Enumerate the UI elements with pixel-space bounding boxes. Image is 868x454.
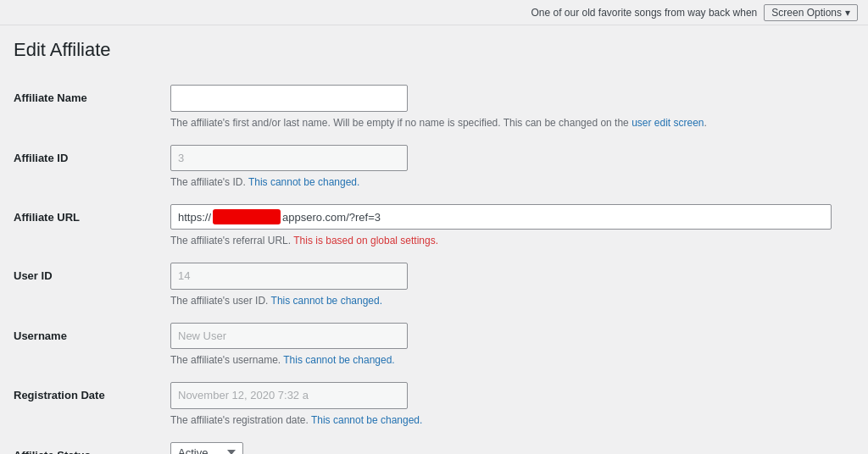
affiliate-id-field: The affiliate's ID. This cannot be chang… [170,145,848,191]
user-id-field: The affiliate's user ID. This cannot be … [170,263,848,308]
url-prefix: https:// [178,211,211,224]
affiliate-id-row: Affiliate ID The affiliate's ID. This ca… [14,138,848,198]
username-input [170,323,408,350]
user-id-description: The affiliate's user ID. This cannot be … [170,293,848,308]
affiliate-name-description: The affiliate's first and/or last name. … [170,115,848,130]
registration-date-field: The affiliate's registration date. This … [170,382,848,428]
affiliate-status-field: Active Inactive Pending Rejected The sta… [170,442,848,455]
registration-date-label: Registration Date [14,382,170,401]
chevron-down-icon: ▾ [845,7,850,19]
username-label: Username [14,323,170,342]
affiliate-name-field: The affiliate's first and/or last name. … [170,85,848,130]
top-bar: One of our old favorite songs from way b… [0,0,868,25]
page-title: Edit Affiliate [14,39,848,61]
user-edit-screen-link[interactable]: user edit screen [632,117,704,129]
user-id-row: User ID The affiliate's user ID. This ca… [14,256,848,316]
affiliate-url-label: Affiliate URL [14,204,170,224]
affiliate-id-input [170,145,408,172]
affiliate-url-field: https:// appsero.com/?ref=3 The affiliat… [170,204,848,248]
username-row: Username The affiliate's username. This … [14,316,848,376]
username-description: The affiliate's username. This cannot be… [170,352,848,368]
affiliate-status-select[interactable]: Active Inactive Pending Rejected [170,442,243,455]
affiliate-url-row: Affiliate URL https:// appsero.com/?ref=… [14,197,848,256]
affiliate-name-input[interactable] [170,85,408,112]
screen-options-button[interactable]: Screen Options ▾ [764,4,858,21]
page-wrapper: One of our old favorite songs from way b… [0,0,868,454]
main-content: Edit Affiliate Affiliate Name The affili… [0,25,868,454]
username-field: The affiliate's username. This cannot be… [170,323,848,368]
topbar-text: One of our old favorite songs from way b… [531,7,757,19]
registration-date-description: The affiliate's registration date. This … [170,412,848,428]
registration-date-input [170,382,408,409]
user-id-label: User ID [14,263,170,282]
url-redacted [213,209,281,224]
registration-date-row: Registration Date The affiliate's regist… [14,375,848,435]
url-suffix: appsero.com/?ref=3 [282,211,381,224]
affiliate-name-row: Affiliate Name The affiliate's first and… [14,78,848,138]
user-id-input [170,263,408,290]
affiliate-id-description: The affiliate's ID. This cannot be chang… [170,174,848,190]
screen-options-label: Screen Options [771,7,842,19]
affiliate-id-label: Affiliate ID [14,145,170,164]
affiliate-status-row: Affiliate Status Active Inactive Pending… [14,435,848,455]
affiliate-status-label: Affiliate Status [14,442,170,455]
affiliate-url-description: The affiliate's referral URL. This is ba… [170,233,848,248]
affiliate-name-label: Affiliate Name [14,85,170,104]
